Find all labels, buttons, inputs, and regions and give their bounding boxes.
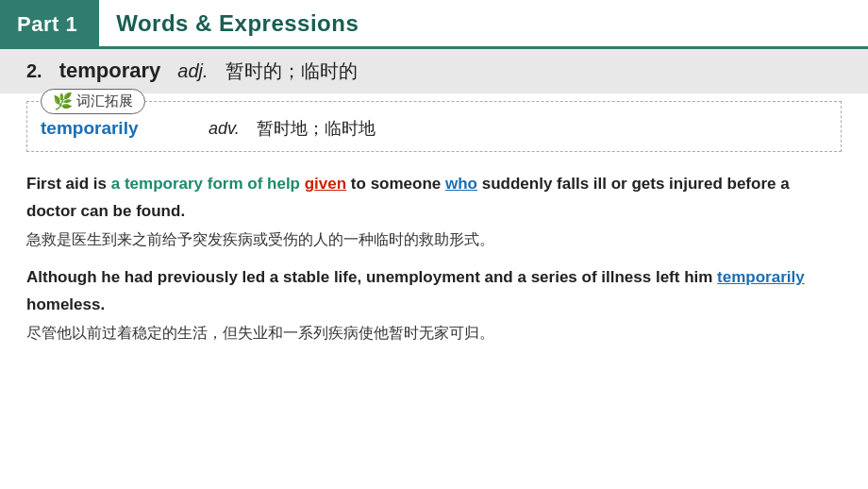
sentence-1-en: First aid is a temporary form of help gi…: [26, 171, 842, 226]
s2-temporarily: temporarily: [717, 268, 805, 286]
s1-who: who: [445, 175, 477, 193]
header-title: Words & Expressions: [116, 10, 359, 37]
s2-part-2: homeless.: [26, 295, 105, 313]
sentence-2-cn: 尽管他以前过着稳定的生活，但失业和一系列疾病使他暂时无家可归。: [26, 321, 842, 346]
sentence-block-2: Although he had previously led a stable …: [26, 264, 842, 345]
vocab-badge-label: 词汇拓展: [76, 93, 133, 110]
vocab-def: 暂时地；临时地: [257, 117, 376, 140]
sentence-1-cn: 急救是医生到来之前给予突发疾病或受伤的人的一种临时的救助形式。: [26, 228, 842, 252]
content-area: First aid is a temporary form of help gi…: [0, 158, 868, 489]
word-headword: temporary: [59, 59, 161, 83]
s1-part-2: to someone: [346, 175, 445, 193]
word-pos: adj.: [177, 60, 208, 82]
header-title-container: Words & Expressions: [99, 0, 868, 49]
s1-given: given: [305, 175, 346, 193]
vocab-expansion-area: 🌿 词汇拓展 temporarily adv. 暂时地；临时地: [26, 101, 842, 152]
sentence-2-en: Although he had previously led a stable …: [26, 264, 842, 319]
word-definition: 暂时的；临时的: [225, 59, 358, 84]
word-number: 2.: [26, 60, 42, 82]
vocab-badge-icon: 🌿: [53, 92, 73, 111]
page: Part 1 Words & Expressions 2. temporary …: [0, 0, 868, 489]
header: Part 1 Words & Expressions: [0, 0, 868, 49]
s1-part-teal: a temporary form of help: [111, 175, 305, 193]
vocab-badge: 🌿 词汇拓展: [41, 89, 145, 114]
vocab-entry-row: temporarily adv. 暂时地；临时地: [41, 117, 827, 140]
s2-part-1: Although he had previously led a stable …: [26, 268, 717, 286]
vocab-pos: adv.: [209, 119, 240, 139]
vocab-word: temporarily: [41, 118, 192, 139]
s1-part-1: First aid is: [26, 175, 111, 193]
word-entry-row: 2. temporary adj. 暂时的；临时的: [0, 49, 868, 93]
sentence-block-1: First aid is a temporary form of help gi…: [26, 171, 842, 251]
part-label: Part 1: [0, 0, 94, 49]
